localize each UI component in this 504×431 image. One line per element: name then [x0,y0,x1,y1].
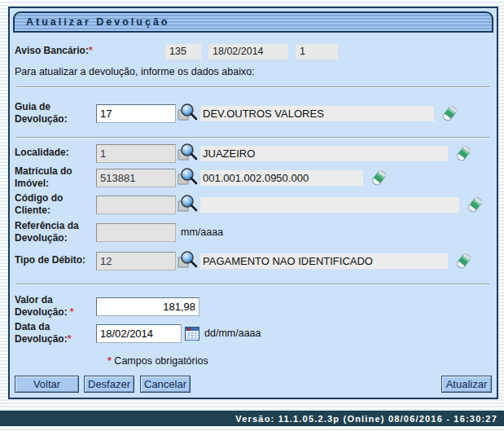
guia-lookup-button[interactable] [177,103,199,122]
valor-devolucao-input[interactable] [96,297,199,316]
atualizar-button[interactable]: Atualizar [441,376,492,393]
required-asterisk: * [89,45,93,56]
matricula-label: Matrícula do Imóvel: [15,165,96,191]
separator [16,284,490,285]
eraser-icon [440,104,458,122]
required-note: * Campos obrigatórios [107,355,492,367]
referencia-label: Referência da Devolução: [15,220,96,245]
instruction-text: Para atualizar a devolução, informe os d… [15,66,492,77]
page-title: Atualizar Devolução [15,16,169,28]
aviso-numero-field: 135 [165,44,201,59]
matricula-clear-button[interactable] [370,169,388,187]
eraser-icon [454,144,472,162]
magnifier-icon [177,143,199,162]
aviso-bancario-label: Aviso Bancário:* [15,45,165,57]
desfazer-button[interactable]: Desfazer [84,376,134,393]
guia-devolucao-label: Guia de Devolução: [15,101,96,126]
valor-devolucao-row: Valor da Devolução:* [15,293,492,319]
guia-devolucao-input[interactable] [96,104,176,123]
tipo-debito-lookup-button[interactable] [177,250,199,270]
eraser-icon [370,169,388,187]
magnifier-icon [177,167,199,187]
cliente-nome-field [200,197,459,213]
localidade-descricao-field: JUAZEIRO [200,146,448,161]
eraser-icon [466,196,484,213]
required-asterisk: * [68,333,72,345]
title-bar: Atualizar Devolução [13,11,493,33]
data-devolucao-row: Data da Devolução:* dd/mm/aaaa [15,319,492,347]
matricula-input [96,169,176,187]
magnifier-icon [177,194,199,213]
aviso-data-field: 18/02/2014 [208,44,288,59]
data-format-hint: dd/mm/aaaa [204,328,261,339]
matricula-inscricao-field: 001.001.002.0950.000 [200,170,363,186]
cliente-row: Código do Cliente: [15,191,492,218]
referencia-row: Referência da Devolução: mm/aaaa [15,218,492,246]
localidade-clear-button[interactable] [454,144,472,162]
localidade-row: Localidade: JUAZEIRO [15,143,492,163]
localidade-input [96,144,176,163]
tipo-debito-label: Tipo de Débito: [15,254,96,266]
cliente-label: Código do Cliente: [15,192,96,218]
required-asterisk: * [107,355,112,367]
aviso-sequencial-field: 1 [296,44,338,59]
referencia-input [96,223,176,242]
tipo-debito-row: Tipo de Débito: PAGAMENTO NAO IDENTIFICA… [15,249,492,272]
guia-devolucao-row: Guia de Devolução: DEV.OUTROS VALORES [15,99,492,127]
voltar-button[interactable]: Voltar [15,376,79,393]
guia-descricao-field: DEV.OUTROS VALORES [200,106,434,121]
localidade-label: Localidade: [15,147,96,159]
referencia-format-hint: mm/aaaa [181,226,223,238]
tipo-debito-clear-button[interactable] [454,252,472,270]
tipo-debito-input [96,252,176,270]
main-panel: Atualizar Devolução Aviso Bancário:* 135… [8,7,498,399]
cliente-clear-button[interactable] [466,196,484,213]
required-asterisk: * [70,306,74,318]
separator [16,137,490,139]
magnifier-icon [177,103,199,122]
guia-clear-button[interactable] [440,104,458,122]
matricula-lookup-button[interactable] [177,167,199,187]
button-row: Voltar Desfazer Cancelar Atualizar [15,376,492,393]
calendar-icon [185,327,199,341]
data-devolucao-input[interactable] [96,324,182,343]
valor-devolucao-label: Valor da Devolução:* [15,294,96,319]
cliente-input [96,196,176,214]
calendar-button[interactable] [185,327,199,341]
eraser-icon [454,252,472,270]
magnifier-icon [177,250,199,270]
aviso-bancario-row: Aviso Bancário:* 135 18/02/2014 1 [15,43,492,59]
tipo-debito-descricao-field: PAGAMENTO NAO IDENTIFICADO [200,253,448,269]
matricula-row: Matrícula do Imóvel: 001.001.002.0950.00… [15,165,492,191]
cancelar-button[interactable]: Cancelar [140,376,191,393]
footer-version-text: Versão: 11.1.05.2.3p (Online) 08/06/2016… [235,414,504,424]
localidade-lookup-button[interactable] [177,143,199,162]
footer-bar: Versão: 11.1.05.2.3p (Online) 08/06/2016… [0,411,504,426]
cliente-lookup-button[interactable] [177,194,199,213]
separator [16,86,490,88]
data-devolucao-label: Data da Devolução:* [15,321,96,346]
